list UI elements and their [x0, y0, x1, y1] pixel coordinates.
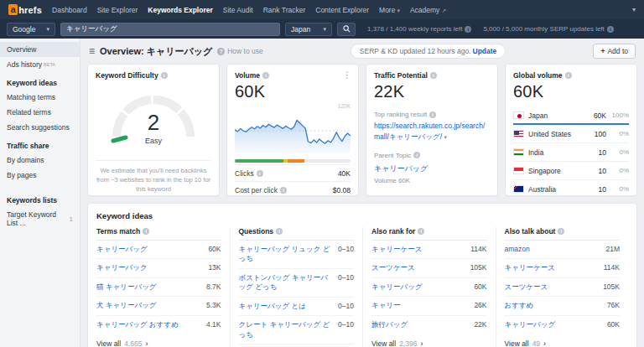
- sidebar-item-by-pages[interactable]: By pages: [0, 168, 80, 183]
- info-icon[interactable]: i: [161, 72, 168, 79]
- top-ranking-result-link[interactable]: https://search.rakuten.co.jp/search/mall…: [374, 121, 490, 142]
- keyword-row: キャリーケース114K: [371, 241, 487, 259]
- keyword-volume: 13K: [208, 263, 221, 272]
- chevron-right-icon: ›: [145, 339, 148, 347]
- nav-rank-tracker[interactable]: Rank Tracker: [263, 6, 306, 14]
- sidebar-item-search-suggestions[interactable]: Search suggestions: [0, 120, 80, 135]
- keyword-volume: 8.7K: [206, 282, 221, 292]
- questions-column: Questionsi キャリーバッグ リュック どっち0–10 ボストンバッグ …: [230, 227, 363, 347]
- kd-difficulty-label: Easy: [105, 137, 202, 145]
- singapore-flag-icon: [513, 167, 524, 174]
- keyword-link[interactable]: キャリーケース: [505, 263, 556, 272]
- info-icon[interactable]: i: [143, 228, 149, 235]
- add-to-button[interactable]: +Add to: [593, 44, 636, 59]
- sidebar-item-target-keyword-list[interactable]: Target Keyword List ...1: [0, 207, 80, 230]
- keyword-link[interactable]: キャリー: [371, 301, 401, 310]
- search-button[interactable]: [337, 23, 356, 36]
- volume-card: Volumei ⋮ 60K 120K Clicksi 40K: [226, 64, 359, 196]
- info-icon[interactable]: i: [418, 228, 424, 235]
- nav-academy[interactable]: Academy↗: [410, 6, 446, 14]
- keyword-link[interactable]: キャリーバッグ とは: [239, 302, 306, 311]
- keyword-row: 犬 キャリーバッグ5.3K: [96, 297, 221, 315]
- info-icon[interactable]: i: [413, 152, 420, 158]
- ahrefs-logo[interactable]: a hrefs: [8, 4, 42, 15]
- india-flag-icon: [513, 148, 524, 156]
- keyword-link[interactable]: スーツケース: [371, 263, 415, 272]
- view-all-link[interactable]: View all49›: [505, 334, 621, 347]
- parent-topic-volume: Volume 60K: [374, 177, 490, 184]
- keyword-link[interactable]: キャリーケース: [371, 245, 423, 254]
- user-menu-caret-icon[interactable]: ▾: [632, 6, 636, 13]
- sidebar-item-ads-history[interactable]: Ads historyBETA: [0, 57, 80, 72]
- sidebar-item-related-terms[interactable]: Related terms: [0, 105, 80, 120]
- traffic-potential-card: Traffic Potentiali 22K Top ranking resul…: [366, 64, 498, 196]
- view-all-link[interactable]: View all4,665›: [96, 334, 221, 347]
- global-volume-row: Australia 10 0%: [513, 180, 629, 196]
- keyword-row: キャリーバッグ おすすめ4.1K: [96, 316, 221, 334]
- keyword-link[interactable]: キャリーバック: [96, 263, 148, 272]
- chevron-down-icon[interactable]: ▾: [444, 134, 447, 140]
- search-icon: [343, 25, 351, 33]
- nav-site-explorer[interactable]: Site Explorer: [97, 6, 138, 14]
- keyword-row: amazon21M: [505, 241, 621, 259]
- sidebar-item-overview[interactable]: Overview: [0, 42, 80, 57]
- info-icon[interactable]: i: [262, 72, 269, 79]
- keyword-row: クレート キャリーバッグ どっち0–10: [239, 316, 355, 344]
- keyword-link[interactable]: おすすめ: [505, 301, 534, 310]
- info-icon[interactable]: i: [429, 111, 436, 118]
- keyword-link[interactable]: 猫 キャリーバッグ: [96, 282, 157, 292]
- keyword-link[interactable]: キャリーバッグ: [96, 245, 148, 254]
- info-icon[interactable]: i: [276, 228, 283, 235]
- ahrefs-logo-icon: a: [8, 4, 18, 15]
- sidebar-item-matching-terms[interactable]: Matching terms: [0, 90, 80, 105]
- sidebar-item-by-domains[interactable]: By domains: [0, 153, 80, 168]
- keyword-link[interactable]: クレート キャリーバッグ どっち: [239, 320, 332, 339]
- card-title: Volume: [235, 71, 260, 80]
- keyword-link[interactable]: キャリーバッグ: [505, 320, 556, 329]
- terms-match-column: Terms matchi キャリーバッグ60K キャリーバック13K 猫 キャリ…: [96, 227, 230, 347]
- search-engine-select[interactable]: Google▾: [7, 23, 55, 36]
- japan-flag-icon: [513, 111, 524, 119]
- how-to-use-link[interactable]: ?How to use: [217, 47, 263, 55]
- keyword-link[interactable]: amazon: [505, 245, 530, 254]
- clicks-distribution-bar: [235, 159, 351, 163]
- info-icon[interactable]: i: [565, 72, 572, 79]
- keyword-search-input[interactable]: [60, 23, 280, 36]
- keyword-link[interactable]: 犬 キャリーバッグ: [96, 301, 157, 310]
- nav-site-audit[interactable]: Site Audit: [223, 6, 253, 14]
- parent-topic-link[interactable]: キャリーバッグ: [374, 163, 428, 174]
- keyword-volume: 0–10: [338, 245, 354, 264]
- view-all-link[interactable]: View all2,396›: [371, 334, 487, 347]
- keyword-link[interactable]: ボストンバッグ キャリーバッグ どっち: [239, 273, 332, 293]
- keyword-row: スーツケース105K: [505, 278, 621, 297]
- global-volume-value: 60K: [513, 82, 629, 101]
- keyword-link[interactable]: キャリーバッグ おすすめ: [96, 320, 179, 329]
- info-icon[interactable]: i: [280, 187, 287, 194]
- keyword-link[interactable]: スーツケース: [505, 282, 548, 292]
- nav-dashboard[interactable]: Dashboard: [52, 6, 87, 14]
- info-icon[interactable]: i: [465, 26, 471, 33]
- info-icon[interactable]: i: [607, 26, 614, 33]
- hamburger-menu-icon[interactable]: ≡: [89, 45, 95, 57]
- keyword-link[interactable]: キャリーバッグ: [371, 282, 423, 292]
- update-link[interactable]: Update: [473, 47, 497, 55]
- card-title: Keyword Difficulty: [96, 71, 158, 80]
- ahrefs-logo-text: hrefs: [18, 5, 42, 15]
- info-icon[interactable]: i: [558, 228, 564, 235]
- card-title: Global volume: [513, 71, 563, 80]
- keyword-link[interactable]: キャリーバッグ リュック どっち: [239, 245, 332, 264]
- keyword-link[interactable]: 旅行バッグ: [371, 320, 408, 329]
- nav-content-explorer[interactable]: Content Explorer: [315, 6, 369, 14]
- kebab-menu-icon[interactable]: ⋮: [343, 70, 351, 80]
- keyword-row: キャリーバッグ60K: [96, 241, 221, 259]
- country-select[interactable]: Japan▾: [285, 23, 332, 36]
- info-icon[interactable]: i: [257, 170, 263, 177]
- keyword-volume: 21M: [605, 245, 620, 254]
- info-icon[interactable]: i: [430, 72, 437, 79]
- page-header: ≡ Overview: キャリーバッグ ?How to use SERP & K…: [87, 39, 637, 64]
- nav-keywords-explorer[interactable]: Keywords Explorer: [148, 6, 212, 14]
- united-states-flag-icon: [513, 130, 524, 137]
- keyword-row: キャリーケース114K: [505, 259, 621, 277]
- keyword-volume: 60K: [474, 282, 486, 292]
- nav-more-menu[interactable]: More▾: [379, 6, 400, 14]
